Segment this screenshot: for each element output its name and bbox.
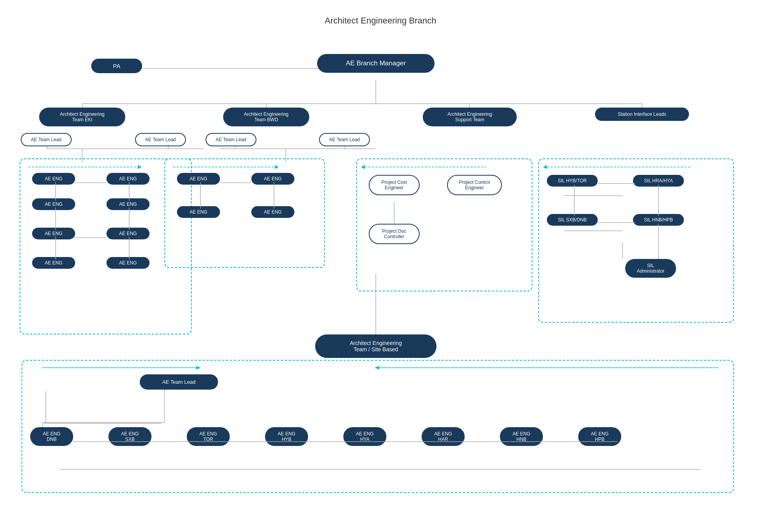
sil-dashed-box: SIL HYB/TOR SIL HRA/HYA SIL SXB/DNB SIL … — [538, 158, 734, 323]
ae-team-eki-label: Architect Engineering Team EKI — [39, 108, 125, 126]
pa-label: PA — [91, 59, 142, 73]
bwd-v1 — [198, 182, 202, 208]
ae-eng-dnb-node: AE ENG DNB — [30, 427, 73, 446]
pa-node: PA — [85, 59, 148, 73]
ae-team-lead-eki-1-node: AE Team Lead — [15, 133, 78, 146]
svg-marker-44 — [543, 165, 547, 169]
sil-top-line — [598, 182, 635, 185]
ae-team-lead-eki-1-label: AE Team Lead — [21, 133, 72, 146]
support-v1 — [392, 202, 396, 226]
eki-v2 — [127, 182, 131, 201]
sil-administrator-node: SIL Administrator — [625, 259, 676, 278]
ae-branch-manager-label: AE Branch Manager — [317, 54, 435, 73]
ae-branch-manager-node: AE Branch Manager — [305, 54, 446, 73]
site-h1 — [44, 421, 161, 425]
bottom-row-line — [73, 440, 621, 444]
ae-support-team-node: Architect Engineering Support Team — [413, 108, 527, 126]
eki-row3-line — [75, 235, 106, 239]
ae-team-lead-eki-2-node: AE Team Lead — [129, 133, 192, 146]
page-title: Architect Engineering Branch — [8, 8, 753, 26]
sil-v3 — [656, 185, 660, 216]
station-interface-leads-node: Station Interface Leads — [583, 108, 701, 121]
project-cost-engineer-node: Project Cost Engineer — [369, 175, 420, 195]
ae-team-lead-eki-2-label: AE Team Lead — [135, 133, 186, 146]
bwd-dashed-box: AE ENG AE ENG AE ENG AE ENG — [164, 158, 325, 268]
ae-team-lead-bwd-2-node: AE Team Lead — [313, 133, 376, 146]
ae-team-lead-bwd-1-label: AE Team Lead — [206, 133, 256, 146]
ae-team-site-based-node: Architect Engineering Team / Site Based — [298, 334, 454, 358]
eki-row1-line — [75, 181, 106, 185]
sil-administrator-label: SIL Administrator — [625, 259, 676, 278]
project-doc-controller-node: Project Doc Controller — [369, 224, 420, 244]
eki-v6 — [127, 237, 131, 259]
support-inner-arrow — [361, 163, 498, 171]
project-cost-engineer-label: Project Cost Engineer — [369, 175, 420, 195]
ae-team-lead-bwd-1-node: AE Team Lead — [200, 133, 262, 146]
bwd-inner-arrow — [169, 163, 287, 171]
page: Architect Engineering Branch — [0, 0, 761, 532]
eki-v3 — [54, 207, 58, 230]
sil-inner-arrow — [543, 163, 700, 171]
ae-eng-dnb-label: AE ENG DNB — [30, 427, 73, 446]
svg-marker-36 — [275, 165, 279, 169]
ae-team-bwd-node: Architect Engineering Team BWD — [213, 108, 319, 126]
svg-marker-26 — [138, 165, 142, 169]
eki-inner-arrow — [24, 163, 150, 171]
svg-marker-41 — [361, 165, 365, 169]
project-control-engineer-label: Project ControlEngineer — [447, 175, 502, 195]
support-dashed-box: Project Cost Engineer Project ControlEng… — [356, 158, 532, 291]
eki-v1 — [54, 182, 58, 201]
bwd-row1-line — [220, 181, 251, 185]
project-doc-controller-label: Project Doc Controller — [369, 224, 420, 244]
ae-team-site-based-label: Architect Engineering Team / Site Based — [315, 334, 436, 358]
site-based-dashed-box: AE Team Lead AE ENG DNB AE ENG SXB AE EN… — [22, 360, 734, 493]
ae-team-eki-node: Architect Engineering Team EKI — [29, 108, 135, 126]
ae-support-team-label: Architect Engineering Support Team — [423, 108, 517, 126]
ae-team-bwd-label: Architect Engineering Team BWD — [223, 108, 309, 126]
project-control-engineer-node: Project ControlEngineer — [447, 175, 502, 195]
bwd-v2 — [272, 182, 276, 208]
ae-team-lead-bwd-2-label: AE Team Lead — [319, 133, 370, 146]
eki-v5 — [54, 237, 58, 259]
ae-team-lead-site-node: AE Team Lead — [140, 374, 218, 390]
sil-v1 — [656, 224, 660, 259]
ae-team-lead-site-label: AE Team Lead — [140, 374, 218, 390]
site-v1 — [44, 391, 48, 422]
eki-v4 — [127, 207, 131, 230]
sil-mid-line — [598, 221, 635, 225]
sil-v2 — [572, 185, 576, 216]
station-interface-leads-label: Station Interface Leads — [595, 108, 689, 121]
